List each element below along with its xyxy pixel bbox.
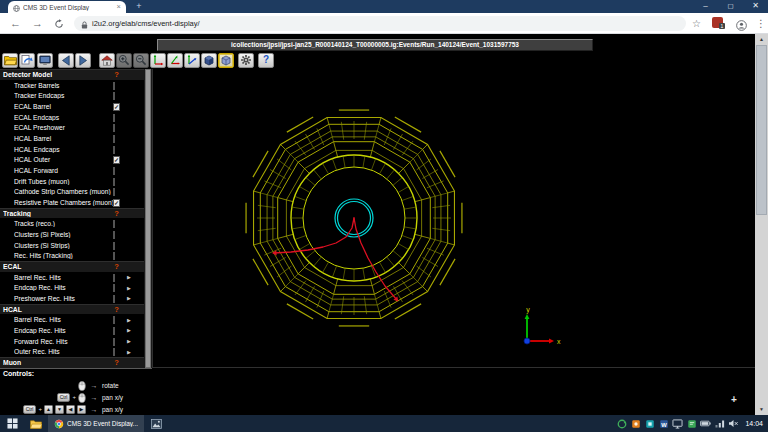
item-expand-icon[interactable]: ▶	[126, 285, 132, 291]
back-icon[interactable]: ←	[10, 16, 21, 30]
display-settings-button[interactable]	[37, 53, 53, 68]
pad-button[interactable]: ▼	[55, 405, 64, 414]
section-help-icon[interactable]: ?	[113, 70, 120, 79]
export-image-button[interactable]	[19, 53, 35, 68]
sidebar-item-endcap-rec-hits[interactable]: Endcap Rec. Hits▶	[0, 325, 144, 336]
sidebar-item-outer-rec-hits[interactable]: Outer Rec. Hits▶	[0, 346, 144, 357]
messaging-icon[interactable]	[686, 418, 697, 430]
window-minimize-button[interactable]: –	[693, 0, 718, 13]
item-checkbox[interactable]	[113, 274, 115, 282]
item-checkbox[interactable]	[113, 327, 115, 335]
sidebar-scrollbar[interactable]	[144, 69, 152, 368]
item-checkbox[interactable]	[113, 348, 115, 356]
photos-icon[interactable]	[144, 415, 168, 432]
forward-icon[interactable]: →	[32, 16, 43, 30]
sidebar-item-tracks-reco[interactable]: Tracks (reco.)	[0, 218, 144, 229]
section-header-muon[interactable]: Muon?	[0, 357, 144, 368]
3d-viewer[interactable]: yx	[152, 69, 755, 368]
item-expand-icon[interactable]: ▶	[126, 295, 132, 301]
item-expand-icon[interactable]: ▶	[126, 274, 132, 280]
section-help-icon[interactable]: ?	[113, 358, 120, 367]
reload-icon[interactable]	[54, 18, 64, 32]
sidebar-item-forward-rec-hits[interactable]: Forward Rec. Hits▶	[0, 336, 144, 347]
sidebar-scrollbar-thumb[interactable]	[145, 69, 151, 368]
item-expand-icon[interactable]: ▶	[126, 338, 132, 344]
sidebar-item-ecal-endcaps[interactable]: ECAL Endcaps	[0, 112, 144, 123]
sidebar-item-hcal-forward[interactable]: HCAL Forward	[0, 165, 144, 176]
view-yx-button[interactable]	[150, 53, 166, 68]
item-checkbox[interactable]	[113, 146, 115, 154]
view-zx-button[interactable]	[167, 53, 183, 68]
section-help-icon[interactable]: ?	[113, 305, 120, 314]
home-view-button[interactable]	[99, 53, 115, 68]
security-icon[interactable]	[630, 418, 641, 430]
scroll-up-icon[interactable]: ▲	[755, 34, 768, 45]
perspective-view-button[interactable]	[201, 53, 217, 68]
sidebar-item-ecal-barrel[interactable]: ECAL Barrel✓	[0, 101, 144, 112]
item-checkbox[interactable]	[113, 242, 115, 250]
item-checkbox[interactable]	[113, 114, 115, 122]
pad-button[interactable]: ▲	[44, 405, 53, 414]
next-event-button[interactable]	[75, 53, 91, 68]
settings-button[interactable]	[238, 53, 254, 68]
item-checkbox[interactable]	[113, 188, 115, 196]
item-checkbox[interactable]	[113, 220, 115, 228]
sidebar-item-tracker-barrels[interactable]: Tracker Barrels	[0, 80, 144, 91]
section-header-hcal[interactable]: HCAL?	[0, 304, 144, 315]
section-help-icon[interactable]: ?	[113, 262, 120, 271]
section-header-detector-model[interactable]: Detector Model?	[0, 69, 144, 80]
zoom-out-button[interactable]	[133, 53, 149, 68]
battery-icon[interactable]	[700, 418, 711, 430]
scroll-down-icon[interactable]: ▼	[755, 404, 768, 415]
section-header-ecal[interactable]: ECAL?	[0, 261, 144, 272]
item-checkbox[interactable]	[113, 252, 115, 260]
item-expand-icon[interactable]: ▶	[126, 317, 132, 323]
item-checkbox[interactable]	[113, 124, 115, 132]
pad-button[interactable]: ▶	[77, 405, 86, 414]
item-checkbox[interactable]	[113, 135, 115, 143]
sidebar-item-resistive-plate-chambers-muon[interactable]: Resistive Plate Chambers (muon)✓	[0, 197, 144, 208]
tab-close-icon[interactable]: ×	[117, 3, 121, 11]
page-scrollbar-thumb[interactable]	[756, 45, 767, 215]
previous-event-button[interactable]	[58, 53, 74, 68]
item-checkbox[interactable]	[113, 92, 115, 100]
sidebar-item-hcal-outer[interactable]: HCAL Outer✓	[0, 154, 144, 165]
section-help-icon[interactable]: ?	[113, 209, 120, 218]
view-zy-button[interactable]	[184, 53, 200, 68]
sidebar-item-tracker-endcaps[interactable]: Tracker Endcaps	[0, 90, 144, 101]
sidebar-item-endcap-rec-hits[interactable]: Endcap Rec. Hits▶	[0, 282, 144, 293]
file-explorer-icon[interactable]	[24, 415, 48, 432]
sidebar-item-cathode-strip-chambers-muon[interactable]: Cathode Strip Chambers (muon)	[0, 186, 144, 197]
taskbar-clock[interactable]: 14:04	[745, 420, 763, 427]
item-expand-icon[interactable]: ▶	[126, 327, 132, 333]
item-checkbox[interactable]	[113, 82, 115, 90]
window-maximize-button[interactable]: ▢	[718, 0, 743, 13]
sidebar-item-hcal-barrel[interactable]: HCAL Barrel	[0, 133, 144, 144]
sync-icon[interactable]	[616, 418, 627, 430]
sidebar-item-ecal-preshower[interactable]: ECAL Preshower	[0, 122, 144, 133]
item-checkbox[interactable]: ✓	[113, 156, 120, 164]
profile-icon[interactable]	[736, 17, 747, 35]
item-checkbox[interactable]	[113, 178, 115, 186]
item-checkbox[interactable]	[113, 338, 115, 346]
bookmark-star-icon[interactable]: ☆	[692, 16, 701, 31]
start-button[interactable]	[0, 415, 24, 432]
section-header-tracking[interactable]: Tracking?	[0, 208, 144, 219]
sidebar-item-clusters-si-strips[interactable]: Clusters (Si Strips)	[0, 240, 144, 251]
viewer-expand-button[interactable]: +	[731, 394, 737, 405]
teams-icon[interactable]	[644, 418, 655, 430]
sidebar-item-clusters-si-pixels[interactable]: Clusters (Si Pixels)	[0, 229, 144, 240]
item-checkbox[interactable]	[113, 231, 115, 239]
sidebar-item-hcal-endcaps[interactable]: HCAL Endcaps	[0, 144, 144, 155]
browser-tab[interactable]: CMS 3D Event Display ×	[8, 1, 126, 13]
item-checkbox[interactable]	[113, 284, 115, 292]
word-icon[interactable]: W	[658, 418, 669, 430]
help-button[interactable]: ?	[258, 53, 274, 68]
network-icon[interactable]	[714, 418, 725, 430]
item-checkbox[interactable]	[113, 167, 115, 175]
sidebar-item-rec-hits-tracking[interactable]: Rec. Hits (Tracking)	[0, 250, 144, 261]
pad-button[interactable]: ◀	[66, 405, 75, 414]
item-checkbox[interactable]: ✓	[113, 103, 120, 111]
display-icon[interactable]	[672, 418, 683, 430]
sidebar-item-drift-tubes-muon[interactable]: Drift Tubes (muon)	[0, 176, 144, 187]
